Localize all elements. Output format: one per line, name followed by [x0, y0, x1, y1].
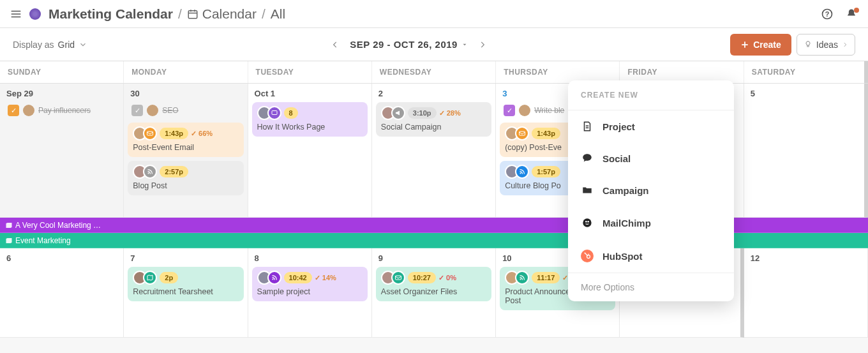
- breadcrumb-calendar[interactable]: Calendar: [187, 6, 257, 22]
- date-range-picker[interactable]: SEP 29 - OCT 26, 2019: [350, 39, 468, 50]
- day-header: SUNDAY: [0, 61, 124, 83]
- create-project[interactable]: Project: [568, 110, 734, 142]
- event-title: Recruitment Tearsheet: [133, 287, 238, 296]
- event-asset-organizer[interactable]: 10:27 ✓ 0% Asset Organizer Files: [376, 267, 491, 301]
- email-icon: [515, 126, 529, 140]
- rss-icon: [515, 165, 529, 179]
- cell-date: 5: [748, 87, 860, 102]
- day-header: TUESDAY: [248, 61, 372, 83]
- event-time: 2p: [160, 272, 178, 283]
- avatar: [519, 105, 530, 116]
- cell-date: 30: [128, 87, 243, 102]
- day-header: SATURDAY: [744, 61, 868, 83]
- cell-date: 6: [4, 252, 119, 267]
- calendar-cell[interactable]: 8 10:42 ✓ 14% Sample project: [248, 248, 372, 338]
- cell-date: 7: [128, 252, 243, 267]
- calendar-cell[interactable]: 5: [744, 84, 868, 218]
- event-title: How It Works Page: [257, 123, 363, 131]
- ideas-button[interactable]: Ideas: [797, 34, 855, 56]
- prev-period-button[interactable]: [328, 38, 342, 52]
- svg-point-15: [585, 253, 586, 254]
- breadcrumb: Marketing Calendar / Calendar / All: [49, 6, 285, 22]
- svg-point-4: [148, 173, 149, 174]
- calendar-cell[interactable]: 30 ✓ SEO 1:43p ✓ 66% Post-Event Email 2:…: [124, 84, 248, 218]
- svg-rect-5: [272, 111, 277, 115]
- create-mailchimp[interactable]: MailChimp: [568, 206, 734, 239]
- notifications-icon[interactable]: [845, 8, 858, 20]
- svg-point-8: [272, 279, 273, 280]
- event-blog-post[interactable]: 2:57p Blog Post: [128, 161, 243, 195]
- hamburger-menu-icon[interactable]: [10, 8, 22, 20]
- event-title: Post-Event Email: [133, 143, 238, 152]
- calendar-cell[interactable]: Oct 1 8 How It Works Page: [248, 84, 372, 218]
- task-item-seo[interactable]: ✓ SEO: [128, 102, 243, 119]
- event-sample-project[interactable]: 10:42 ✓ 14% Sample project: [252, 267, 368, 301]
- calendar-cell[interactable]: 9 10:27 ✓ 0% Asset Organizer Files: [372, 248, 496, 338]
- checkbox-checked-icon[interactable]: ✓: [504, 105, 515, 116]
- email-icon: [143, 126, 157, 140]
- event-progress: ✓ 0%: [438, 274, 456, 282]
- create-button[interactable]: Create: [730, 34, 791, 56]
- campaign-range-event-marketing[interactable]: Event Marketing: [0, 233, 868, 248]
- rss-icon: [515, 271, 529, 285]
- event-time: 3:10p: [408, 107, 437, 119]
- create-popover: CREATE NEW Project Social Campaign MailC…: [568, 80, 734, 301]
- task-item-pay-influencers[interactable]: ✓ Pay influencers: [4, 102, 119, 119]
- help-icon[interactable]: ?: [821, 8, 834, 20]
- svg-point-7: [520, 173, 521, 174]
- cell-date: Oct 1: [252, 87, 368, 102]
- campaign-range-marketing[interactable]: A Very Cool Marketing …: [0, 218, 868, 233]
- svg-rect-3: [147, 131, 153, 135]
- app-header: Marketing Calendar / Calendar / All ?: [0, 0, 868, 28]
- map-icon: [143, 271, 157, 285]
- avatar: [23, 105, 34, 116]
- event-time: 11:17: [532, 272, 560, 283]
- event-recruitment-tearsheet[interactable]: 2p Recruitment Tearsheet: [128, 267, 243, 301]
- popover-more-options[interactable]: More Options: [568, 273, 734, 301]
- svg-point-10: [520, 279, 521, 280]
- calendar-cell[interactable]: 6: [0, 248, 124, 338]
- create-campaign[interactable]: Campaign: [568, 174, 734, 206]
- calendar-cell[interactable]: 2 3:10p ✓ 28% Social Campaign: [372, 84, 496, 218]
- calendar-grid: Sep 29 ✓ Pay influencers 30 ✓ SEO 1:43p …: [0, 84, 868, 338]
- event-time: 1:43p: [532, 128, 560, 139]
- cell-date: 8: [252, 252, 368, 267]
- svg-point-13: [587, 221, 589, 223]
- calendar-ranges: A Very Cool Marketing … Event Marketing: [0, 218, 868, 248]
- mailchimp-icon: [581, 216, 594, 229]
- event-post-event-email[interactable]: 1:43p ✓ 66% Post-Event Email: [128, 123, 243, 157]
- event-time: 8: [284, 107, 298, 119]
- event-progress: ✓ 66%: [191, 130, 213, 138]
- chat-icon: [581, 153, 594, 164]
- event-title: Blog Post: [133, 181, 238, 190]
- rss-icon: [267, 271, 281, 285]
- cell-date: 9: [376, 252, 491, 267]
- event-title: Social Campaign: [381, 123, 486, 131]
- calendar-cell[interactable]: Sep 29 ✓ Pay influencers: [0, 84, 124, 218]
- event-time: 2:57p: [160, 166, 188, 177]
- create-hubspot[interactable]: HubSpot: [568, 239, 734, 273]
- event-how-it-works[interactable]: 8 How It Works Page: [252, 102, 368, 137]
- calendar-cell[interactable]: 12: [744, 248, 868, 338]
- document-icon: [581, 121, 594, 132]
- calendar-toolbar: Display as Grid SEP 29 - OCT 26, 2019 Cr…: [0, 28, 868, 61]
- display-mode-selector[interactable]: Display as Grid: [13, 40, 87, 50]
- event-time: 10:27: [408, 272, 436, 283]
- svg-rect-0: [188, 10, 197, 18]
- next-period-button[interactable]: [475, 38, 490, 52]
- calendar-cell[interactable]: 7 2p Recruitment Tearsheet: [124, 248, 248, 338]
- create-social[interactable]: Social: [568, 142, 734, 174]
- checkbox-checked-icon[interactable]: ✓: [8, 105, 19, 116]
- svg-point-12: [585, 221, 587, 223]
- app-logo-icon[interactable]: [29, 8, 41, 20]
- event-social-campaign[interactable]: 3:10p ✓ 28% Social Campaign: [376, 102, 491, 137]
- avatar: [147, 105, 158, 116]
- checkbox-checked-icon[interactable]: ✓: [131, 105, 143, 116]
- svg-text:?: ?: [825, 10, 830, 18]
- event-progress: ✓ 28%: [439, 109, 461, 117]
- event-progress: ✓ 14%: [315, 274, 336, 282]
- breadcrumb-root[interactable]: Marketing Calendar: [49, 6, 173, 22]
- breadcrumb-filter[interactable]: All: [271, 6, 285, 22]
- day-header: WEDNESDAY: [372, 61, 496, 83]
- svg-rect-6: [520, 131, 525, 135]
